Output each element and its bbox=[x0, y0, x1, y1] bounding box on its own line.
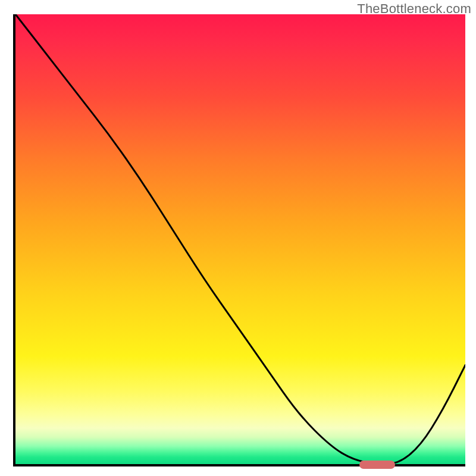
chart-container: TheBottleneck.com bbox=[0, 0, 476, 476]
optimal-marker bbox=[359, 461, 396, 469]
heat-gradient bbox=[15, 14, 465, 464]
plot-area bbox=[13, 14, 465, 466]
